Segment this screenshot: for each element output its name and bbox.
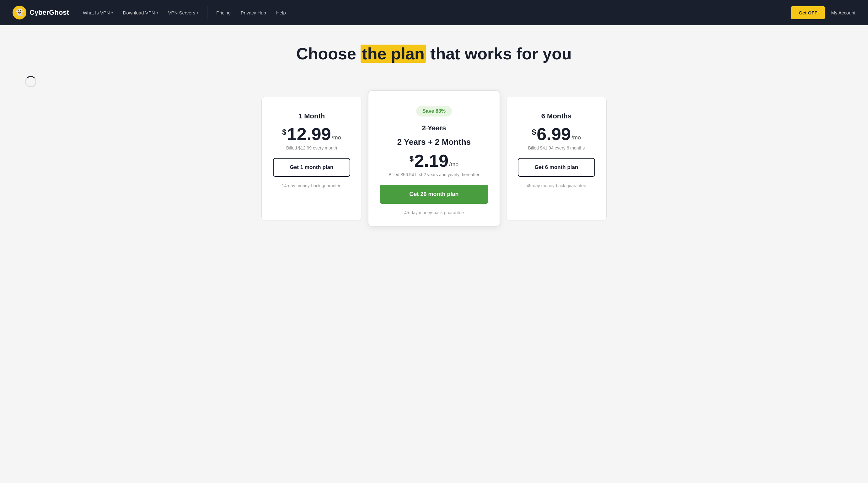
navbar: 👻 CyberGhost What Is VPN ▾ Download VPN … [0, 0, 868, 25]
ghost-icon: 👻 [16, 8, 24, 17]
nav-item-what-is-vpn[interactable]: What Is VPN ▾ [79, 7, 117, 18]
guarantee-6-months: 45-day money-back guarantee [527, 183, 586, 188]
page-title: Choose the plan that works for you [6, 44, 862, 63]
nav-item-privacy-hub[interactable]: Privacy Hub [236, 7, 271, 18]
nav-right: Get OFF My Account [791, 6, 856, 19]
nav-item-download-vpn[interactable]: Download VPN ▾ [119, 7, 162, 18]
cta-button-6-months[interactable]: Get 6 month plan [518, 158, 595, 177]
chevron-down-icon: ▾ [157, 11, 158, 15]
save-badge: Save 83% [416, 106, 452, 116]
main-content: Choose the plan that works for you 1 Mon… [0, 25, 868, 246]
billed-info-6-months: Billed $41.94 every 6 months [528, 145, 585, 150]
cta-button-1-month[interactable]: Get 1 month plan [273, 158, 350, 177]
plan-card-1-month: 1 Month $ 12.99 /mo Billed $12.99 every … [261, 97, 362, 221]
my-account-link[interactable]: My Account [831, 10, 856, 16]
plan-original-name: 2 Years [422, 124, 446, 132]
currency-6-months: $ [532, 128, 536, 137]
currency-1-month: $ [282, 128, 286, 137]
guarantee-2-years: 45-day money-back guarantee [404, 210, 464, 215]
billed-info-2-years: Billed $56.94 first 2 years and yearly t… [389, 172, 479, 177]
billed-info-1-month: Billed $12.99 every month [286, 145, 337, 150]
price-block-2-years: $ 2.19 /mo [409, 152, 459, 170]
plan-card-6-months: 6 Months $ 6.99 /mo Billed $41.94 every … [506, 97, 607, 221]
title-prefix: Choose [296, 45, 361, 63]
price-period-6-months: /mo [571, 135, 581, 141]
price-period-1-month: /mo [332, 135, 341, 141]
cta-button-2-years[interactable]: Get 26 month plan [380, 184, 488, 204]
price-amount-2-years: 2.19 [414, 152, 448, 170]
price-amount-6-months: 6.99 [537, 125, 571, 143]
plan-name-1-month: 1 Month [299, 112, 325, 120]
get-off-button[interactable]: Get OFF [791, 6, 825, 19]
logo-icon: 👻 [12, 6, 26, 20]
guarantee-1-month: 14-day money-back guarantee [282, 183, 341, 188]
nav-links: What Is VPN ▾ Download VPN ▾ VPN Servers… [79, 6, 791, 19]
price-block-6-months: $ 6.99 /mo [532, 125, 581, 143]
price-block-1-month: $ 12.99 /mo [282, 125, 341, 143]
chevron-down-icon: ▾ [197, 11, 198, 15]
nav-item-vpn-servers[interactable]: VPN Servers ▾ [164, 7, 203, 18]
plan-promo-name: 2 Years + 2 Months [397, 137, 471, 147]
title-highlight: the plan [361, 45, 426, 63]
nav-divider [207, 6, 208, 19]
plan-card-2-years: Save 83% 2 Years 2 Years + 2 Months $ 2.… [368, 90, 500, 227]
nav-item-help[interactable]: Help [272, 7, 290, 18]
spinner-icon [25, 76, 36, 87]
price-amount-1-month: 12.99 [287, 125, 331, 143]
chevron-down-icon: ▾ [112, 11, 113, 15]
loading-spinner [6, 76, 862, 87]
currency-2-years: $ [409, 154, 413, 163]
price-period-2-years: /mo [449, 161, 459, 168]
logo[interactable]: 👻 CyberGhost [12, 6, 69, 20]
plan-name-6-months: 6 Months [541, 112, 572, 120]
nav-item-pricing[interactable]: Pricing [212, 7, 235, 18]
pricing-container: 1 Month $ 12.99 /mo Billed $12.99 every … [214, 97, 654, 221]
title-suffix: that works for you [426, 45, 572, 63]
logo-text: CyberGhost [30, 8, 69, 17]
